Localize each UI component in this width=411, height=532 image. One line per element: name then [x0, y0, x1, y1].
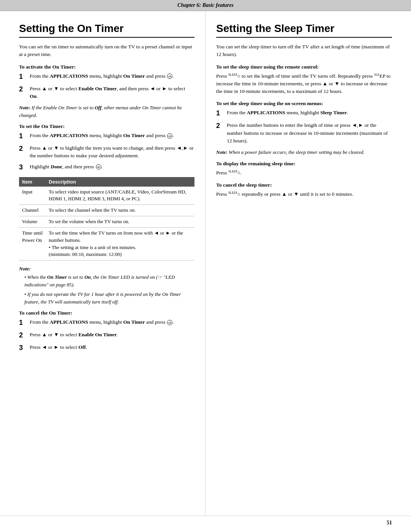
step-text: Press ▲ or ▼ to highlight the item you w…: [30, 144, 194, 160]
table-cell-desc: To select video input source (ANT/CABLE,…: [46, 187, 194, 205]
table-header-description: Description: [46, 177, 194, 187]
note-bold-label: Note:: [19, 266, 194, 272]
table-cell-desc: To set the volume when the TV turns on.: [46, 216, 194, 228]
table-cell-item: Channel: [19, 205, 46, 216]
step-num: 1: [19, 72, 30, 82]
note-bullet-2: If you do not operate the TV for 1 hour …: [24, 291, 194, 305]
right-column: Setting the Sleep Timer You can set the …: [206, 11, 411, 516]
step-num: 1: [19, 318, 30, 328]
cancel-step-2: 2 Press ▲ or ▼ to select Enable On Timer…: [19, 331, 194, 340]
ok-button-icon: ok: [167, 73, 172, 79]
activate-step-2: 2 Press ▲ or ▼ to select Enable On Timer…: [19, 85, 194, 101]
step-num: 3: [19, 343, 30, 353]
header-bar: Chapter 6: Basic features: [0, 0, 411, 11]
table-cell-item: Time untilPower On: [19, 227, 46, 260]
step-num: 2: [19, 84, 30, 101]
note-italic-right: Note: When a power failure occurs, the s…: [216, 149, 392, 156]
step-text: Highlight Done, and then press ok.: [30, 163, 194, 173]
table-row: Input To select video input source (ANT/…: [19, 187, 194, 205]
onscreen-steps-list: 1 From the APPLICATIONS menu, highlight …: [216, 109, 392, 145]
step-text: From the APPLICATIONS menu, highlight Sl…: [227, 109, 392, 118]
note-bullet-1: When the On Timer is set to On, the On T…: [24, 273, 194, 288]
chapter-heading: Chapter 6: Basic features: [177, 2, 233, 8]
set-step-2: 2 Press ▲ or ▼ to highlight the item you…: [19, 144, 194, 160]
page: Chapter 6: Basic features Setting the On…: [0, 0, 411, 532]
activate-steps-list: 1 From the APPLICATIONS menu, highlight …: [19, 72, 194, 101]
step-text: Press ▲ or ▼ to select Enable On Timer, …: [30, 85, 194, 101]
remote-text: Press SLEEP○ to set the length of time u…: [216, 72, 392, 96]
ok-button-icon: ok: [167, 320, 172, 325]
activate-heading: To activate the On Timer:: [19, 64, 194, 70]
page-number: 51: [387, 520, 392, 526]
cancel-steps-list: 1 From the APPLICATIONS menu, highlight …: [19, 318, 194, 353]
step-num: 3: [19, 162, 30, 173]
table-cell-desc: To select the channel when the TV turns …: [46, 205, 194, 216]
right-intro: You can set the sleep timer to turn off …: [216, 43, 392, 59]
step-num: 1: [19, 131, 30, 141]
set-steps-list: 1 From the APPLICATIONS menu, highlight …: [19, 132, 194, 173]
table-cell-desc: To set the time when the TV turns on fro…: [46, 227, 194, 260]
sleep-sup-4: SLEEP: [228, 191, 237, 194]
right-title: Setting the Sleep Timer: [216, 22, 392, 38]
cancel-step-1: 1 From the APPLICATIONS menu, highlight …: [19, 318, 194, 328]
step-text: Press the number buttons to enter the le…: [227, 121, 392, 145]
table-cell-item: Input: [19, 187, 46, 205]
table-header-item: Item: [19, 177, 46, 187]
cancel-heading: To cancel the On Timer:: [19, 310, 194, 316]
page-footer: 51: [0, 516, 411, 532]
step-num: 1: [216, 108, 227, 118]
step-num: 2: [19, 144, 30, 160]
table-row: Volume To set the volume when the TV tur…: [19, 216, 194, 228]
note-bullets-list: When the On Timer is set to On, the On T…: [19, 273, 194, 305]
left-title: Setting the On Timer: [19, 22, 194, 38]
cancel-text-right: Press SLEEP○ repeatedly or press ▲ or ▼ …: [216, 190, 392, 198]
set-step-3: 3 Highlight Done, and then press ok.: [19, 163, 194, 173]
table-row: Time untilPower On To set the time when …: [19, 227, 194, 260]
step-text: Press ◄ or ► to select Off.: [30, 343, 194, 353]
note-italic-activate: Note: If the Enable On Timer is set to O…: [19, 104, 194, 119]
table-row: Channel To select the channel when the T…: [19, 205, 194, 216]
step-text: From the APPLICATIONS menu, highlight On…: [30, 132, 194, 141]
ok-button-icon: ok: [167, 133, 172, 139]
step-num: 2: [216, 121, 227, 145]
step-text: From the APPLICATIONS menu, highlight On…: [30, 318, 194, 328]
step-num: 2: [19, 330, 30, 340]
display-text: Press SLEEP○.: [216, 169, 392, 177]
step-text: From the APPLICATIONS menu, highlight On…: [30, 72, 194, 82]
onscreen-step-1: 1 From the APPLICATIONS menu, highlight …: [216, 109, 392, 118]
onscreen-heading: To set the sleep timer using the on-scre…: [216, 101, 392, 107]
content-area: Setting the On Timer You can set the on …: [0, 11, 411, 516]
on-timer-table: Item Description Input To select video i…: [19, 177, 194, 261]
set-step-1: 1 From the APPLICATIONS menu, highlight …: [19, 132, 194, 141]
activate-step-1: 1 From the APPLICATIONS menu, highlight …: [19, 72, 194, 82]
left-intro: You can set the on timer to automaticall…: [19, 43, 194, 59]
remote-heading: To set the sleep timer using the remote …: [216, 64, 392, 70]
table-cell-item: Volume: [19, 216, 46, 228]
display-heading: To display the remaining sleep time:: [216, 161, 392, 167]
cancel-heading-right: To cancel the sleep timer:: [216, 182, 392, 188]
onscreen-step-2: 2 Press the number buttons to enter the …: [216, 121, 392, 145]
step-text: Press ▲ or ▼ to select Enable On Timer.: [30, 331, 194, 340]
set-heading: To set the On Timer:: [19, 123, 194, 129]
left-column: Setting the On Timer You can set the on …: [0, 11, 206, 516]
sleep-sup-2: SLE: [374, 73, 379, 76]
sleep-sup-1: SLEEP: [228, 73, 237, 76]
ok-button-icon: ok: [96, 164, 101, 169]
cancel-step-3: 3 Press ◄ or ► to select Off.: [19, 343, 194, 353]
sleep-sup-3: SLEEP: [228, 169, 237, 173]
